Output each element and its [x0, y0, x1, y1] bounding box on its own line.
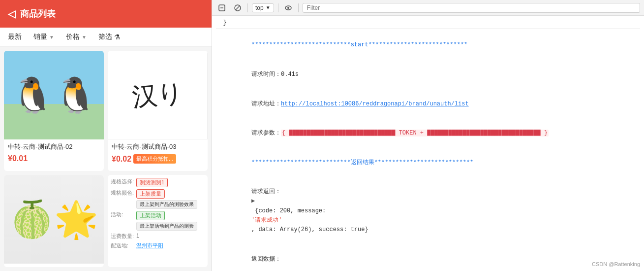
color-content: 上架质量 最上架到产品的测验效果	[136, 189, 205, 209]
spec-content: 测测测测1	[136, 178, 205, 187]
console-block-1: ****************************start*******…	[216, 28, 640, 271]
spec-label: 规格选择:	[111, 178, 134, 185]
product-price-tag-2: ¥0.02 最高积分抵扣...	[108, 152, 208, 168]
console-separator	[247, 3, 248, 12]
right-panel: top ▼ } ****************************star…	[212, 0, 644, 271]
product-image-2: 汉り	[108, 51, 208, 139]
qty-label: 运费数量:	[111, 233, 134, 240]
console-req-params-1: 请求参数：{ ██████████████████████████████ TO…	[216, 119, 640, 148]
detail-row-qty: 运费数量: 1	[111, 233, 205, 240]
filter-sales-label: 销量	[33, 33, 47, 41]
product-price-1: ¥0.01	[4, 152, 104, 167]
color-btn-1[interactable]: 上架质量	[136, 189, 165, 199]
detail-inner: 规格选择: 测测测测1 规格颜色: 上架质量 最上架到产品的测验效果 活动: 上…	[108, 175, 208, 254]
filter-price-label: 价格	[66, 33, 80, 41]
filter-sales[interactable]: 销量 ▼	[33, 33, 54, 41]
console-req-time-1: 请求时间：0.41s	[216, 60, 640, 90]
product-name-2: 中转-云商-测试商品-03	[108, 139, 208, 152]
activity-label: 活动:	[111, 211, 134, 218]
activity-btn-1[interactable]: 上架活动	[136, 211, 165, 220]
left-panel: ◁ 商品列表 最新 销量 ▼ 价格 ▼ 筛选 ⚗ 🐧🐧 中转-云商-测试商品-0…	[0, 0, 212, 271]
location-label: 配送地:	[111, 242, 134, 249]
filter-bar: 最新 销量 ▼ 价格 ▼ 筛选 ⚗	[0, 28, 212, 47]
console-data-label-1: 返回数据：	[216, 244, 640, 271]
product-card-4: 规格选择: 测测测测1 规格颜色: 上架质量 最上架到产品的测验效果 活动: 上…	[108, 175, 208, 267]
svg-line-3	[236, 5, 240, 10]
filter-sales-arrow: ▼	[49, 34, 54, 40]
activity-btn-2[interactable]: 最上架活动到产品的测验	[136, 222, 197, 231]
product-card-3[interactable]: 🍈🌟	[4, 175, 104, 267]
console-context-arrow: ▼	[266, 5, 271, 10]
filter-price-arrow: ▼	[82, 34, 87, 40]
right-wrapper: top ▼ } ****************************star…	[212, 0, 644, 271]
filter-price[interactable]: 价格 ▼	[66, 33, 87, 41]
console-separator-2	[278, 3, 278, 12]
product-grid: 🐧🐧 中转-云商-测试商品-02 ¥0.01 汉り 中转-云商-测试商品-03 …	[0, 47, 212, 271]
color-label: 规格颜色:	[111, 189, 134, 197]
console-eye-button[interactable]	[282, 3, 294, 13]
product-card-2[interactable]: 汉り 中转-云商-测试商品-03 ¥0.02 最高积分抵扣...	[108, 51, 208, 171]
console-stars-result-1: ****************************返回结果********…	[216, 148, 640, 177]
console-filter-input[interactable]	[303, 3, 640, 13]
qty-value: 1	[136, 233, 139, 238]
filter-latest[interactable]: 最新	[8, 33, 22, 41]
back-button[interactable]: ◁	[8, 8, 15, 20]
detail-row-spec: 规格选择: 测测测测1	[111, 178, 205, 187]
svg-point-5	[287, 7, 289, 9]
page-title: 商品列表	[20, 8, 56, 20]
color-btn-2[interactable]: 最上架到产品的测验效果	[136, 200, 197, 209]
product-image-3: 🍈🌟	[4, 175, 104, 264]
detail-row-activity: 活动: 上架活动 最上架活动到产品的测验	[111, 211, 205, 231]
product-card-1[interactable]: 🐧🐧 中转-云商-测试商品-02 ¥0.01	[4, 51, 104, 171]
console-clear-button[interactable]	[216, 3, 228, 13]
location-value[interactable]: 温州市平阳	[136, 242, 163, 249]
console-content: } ****************************start*****…	[212, 16, 644, 271]
header: ◁ 商品列表	[0, 0, 212, 28]
filter-screen[interactable]: 筛选 ⚗	[98, 33, 121, 41]
product-name-1: 中转-云商-测试商品-02	[4, 139, 104, 152]
filter-screen-label: 筛选	[98, 33, 112, 41]
console-toolbar: top ▼	[212, 0, 644, 16]
console-req-url-1: 请求地址：http://localhost:10086/reddragonapi…	[216, 89, 640, 119]
filter-latest-label: 最新	[8, 33, 22, 41]
console-context-selector[interactable]: top ▼	[252, 3, 274, 12]
console-line-brace: }	[216, 18, 640, 28]
watermark: CSDN @Rattenking	[592, 261, 640, 267]
console-block-button[interactable]	[232, 3, 244, 13]
spec-btn-1[interactable]: 测测测测1	[136, 178, 168, 187]
product-price-2: ¥0.02	[112, 155, 131, 164]
filter-funnel-icon: ⚗	[114, 33, 121, 41]
console-context-label: top	[255, 4, 264, 11]
console-separator-3	[298, 3, 299, 12]
activity-content: 上架活动 最上架活动到产品的测验	[136, 211, 205, 231]
detail-row-location: 配送地: 温州市平阳	[111, 242, 205, 249]
console-stars-start-1: ****************************start*******…	[216, 31, 640, 60]
detail-row-color: 规格颜色: 上架质量 最上架到产品的测验效果	[111, 189, 205, 209]
console-response-1: 请求返回： ▶ {code: 200, message: '请求成功' , da…	[216, 177, 640, 244]
product-image-1: 🐧🐧	[4, 51, 104, 139]
discount-badge-2: 最高积分抵扣...	[133, 154, 176, 164]
